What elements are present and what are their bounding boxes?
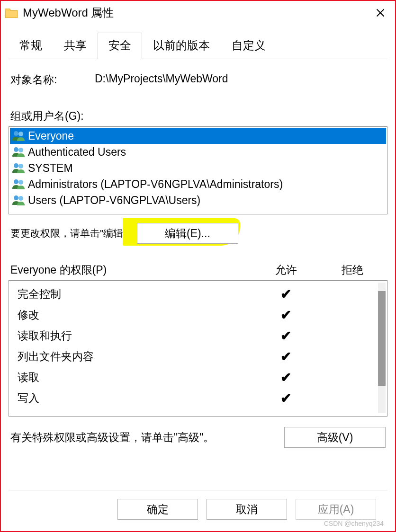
list-item-label: Authenticated Users (28, 146, 126, 159)
svg-point-3 (18, 148, 23, 152)
edit-hint: 要更改权限，请单击"编辑"。 (10, 227, 137, 240)
tab-customize[interactable]: 自定义 (221, 33, 277, 59)
close-icon (376, 8, 385, 18)
list-item-label: Everyone (28, 130, 74, 142)
users-icon (12, 195, 25, 206)
list-item-label: Administrators (LAPTOP-V6NGPLVA\Administ… (28, 178, 283, 191)
permission-row: 读取和执行 ✔ (18, 325, 387, 346)
object-name-row: 对象名称: D:\MyProjects\MyWebWord (10, 72, 387, 87)
permission-row: 读取 ✔ (18, 367, 387, 388)
check-icon: ✔ (252, 390, 319, 406)
tab-sharing[interactable]: 共享 (53, 33, 98, 59)
users-icon (12, 146, 25, 158)
advanced-button[interactable]: 高级(V) (284, 427, 386, 448)
title-bar: MyWebWord 属性 (1, 1, 395, 25)
permission-row: 写入 ✔ (18, 388, 387, 408)
list-item[interactable]: Authenticated Users (10, 144, 386, 160)
svg-point-4 (14, 163, 18, 168)
list-item[interactable]: Everyone (10, 128, 386, 144)
permissions-box: 完全控制 ✔ 修改 ✔ 读取和执行 ✔ 列出文件夹内容 ✔ (9, 280, 387, 417)
permission-name: 完全控制 (18, 287, 252, 301)
permission-row: 修改 ✔ (18, 304, 387, 325)
svg-point-1 (18, 132, 23, 136)
advanced-hint: 有关特殊权限或高级设置，请单击"高级"。 (10, 430, 214, 445)
permissions-header: Everyone 的权限(P) 允许 拒绝 (10, 263, 386, 277)
list-item[interactable]: Users (LAPTOP-V6NGPLVA\Users) (10, 192, 386, 208)
permission-name: 读取和执行 (18, 328, 252, 343)
tab-previous-versions[interactable]: 以前的版本 (142, 33, 221, 59)
users-icon (12, 162, 25, 174)
check-icon: ✔ (252, 286, 319, 302)
check-icon: ✔ (252, 307, 319, 323)
permission-name: 写入 (18, 391, 252, 406)
check-icon: ✔ (252, 349, 319, 364)
permission-row: 列出文件夹内容 ✔ (18, 346, 387, 367)
svg-point-6 (14, 179, 18, 184)
window-title: MyWebWord 属性 (23, 5, 114, 20)
deny-header: 拒绝 (319, 263, 386, 277)
check-icon: ✔ (252, 328, 319, 344)
group-user-list[interactable]: Everyone Authenticated Users SYSTEM Admi… (9, 126, 387, 214)
permission-name: 修改 (18, 308, 252, 322)
permission-name: 列出文件夹内容 (18, 349, 252, 364)
cancel-button[interactable]: 取消 (207, 499, 287, 520)
svg-point-0 (14, 131, 18, 136)
check-icon: ✔ (252, 370, 319, 385)
users-icon (12, 178, 25, 190)
watermark: CSDN @chenyq234 (324, 520, 384, 527)
svg-point-7 (18, 180, 23, 185)
list-item[interactable]: SYSTEM (10, 160, 386, 176)
scrollbar-thumb[interactable] (378, 291, 386, 386)
group-user-label: 组或用户名(G): (10, 109, 387, 124)
users-icon (12, 130, 25, 142)
object-name-value: D:\MyProjects\MyWebWord (95, 72, 228, 87)
allow-header: 允许 (253, 263, 319, 277)
edit-button[interactable]: 编辑(E)... (137, 223, 238, 244)
list-item-label: Users (LAPTOP-V6NGPLVA\Users) (28, 194, 200, 207)
svg-point-8 (14, 195, 18, 200)
object-name-label: 对象名称: (10, 72, 95, 87)
svg-point-9 (18, 196, 23, 201)
list-item-label: SYSTEM (28, 162, 73, 175)
ok-button[interactable]: 确定 (117, 499, 198, 520)
svg-point-5 (18, 164, 23, 168)
apply-button[interactable]: 应用(A) (296, 499, 376, 520)
permissions-title: Everyone 的权限(P) (10, 263, 253, 277)
permission-name: 读取 (18, 370, 252, 385)
permission-row: 完全控制 ✔ (18, 284, 387, 304)
list-item[interactable]: Administrators (LAPTOP-V6NGPLVA\Administ… (10, 176, 386, 192)
svg-point-2 (14, 147, 18, 152)
tabs: 常规 共享 安全 以前的版本 自定义 (9, 32, 387, 59)
close-button[interactable] (369, 3, 391, 22)
folder-icon (5, 7, 18, 18)
tab-general[interactable]: 常规 (9, 33, 53, 59)
tab-security[interactable]: 安全 (98, 33, 142, 59)
